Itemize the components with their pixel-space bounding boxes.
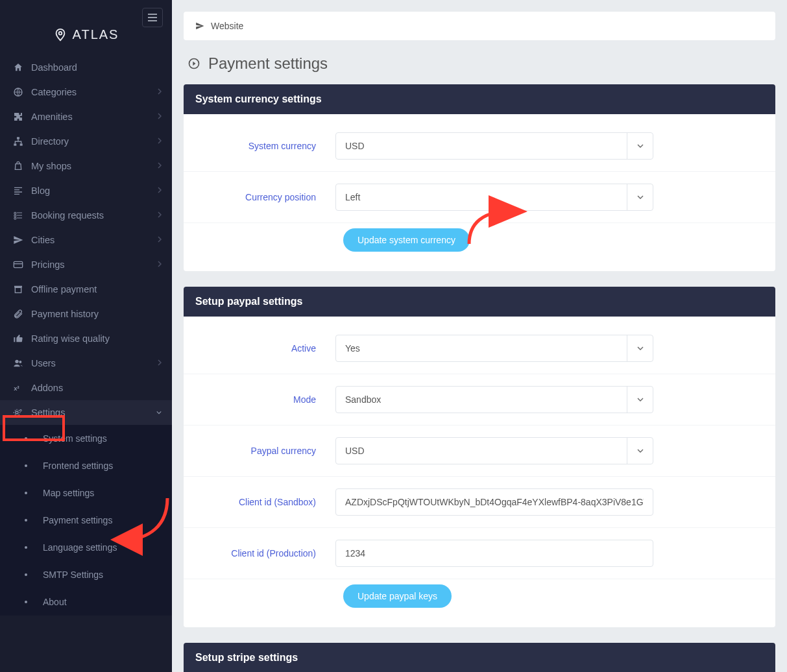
bullet-icon [25, 437, 27, 440]
bullet-icon [25, 492, 27, 494]
sidebar-item-my-shops[interactable]: My shops [0, 154, 172, 178]
hamburger-menu-button[interactable] [142, 8, 163, 27]
users-icon [9, 358, 27, 368]
label-system-currency: System currency [195, 141, 335, 151]
sub-item-smtp-settings[interactable]: SMTP Settings [0, 561, 172, 588]
sidebar-item-amenities[interactable]: Amenities [0, 104, 172, 129]
svg-point-8 [15, 360, 18, 363]
panel-header: System currency settings [184, 84, 775, 114]
panel-stripe: Setup stripe settings Active Yes Test mo… [184, 643, 775, 672]
select-paypal-active[interactable]: Yes [335, 335, 653, 362]
main-content: Website Payment settings System currency… [172, 0, 787, 672]
bag-icon [9, 161, 27, 171]
svg-text:x²: x² [14, 385, 19, 392]
button-row-currency: Update system currency [184, 223, 775, 265]
home-icon [9, 62, 27, 73]
sub-item-label: About [43, 597, 67, 607]
select-currency-position[interactable]: Left [335, 184, 653, 211]
sub-item-label: Map settings [43, 488, 94, 498]
sidebar-item-payment-history[interactable]: Payment history [0, 302, 172, 326]
input-client-production[interactable] [335, 540, 653, 567]
sub-item-label: SMTP Settings [43, 570, 103, 580]
breadcrumb-label[interactable]: Website [211, 21, 243, 31]
select-paypal-currency[interactable]: USD [335, 437, 653, 464]
breadcrumb: Website [184, 12, 775, 40]
sidebar-item-blog[interactable]: Blog [0, 178, 172, 203]
svg-rect-3 [14, 143, 16, 145]
chevron-right-icon [158, 137, 162, 146]
sidebar-item-label: Categories [31, 87, 77, 97]
label-paypal-active: Active [195, 343, 335, 354]
bullet-icon [25, 464, 27, 467]
sidebar-item-users[interactable]: Users [0, 351, 172, 376]
sidebar-item-label: Users [31, 358, 56, 368]
form-row-currency-position: Currency position Left [184, 172, 775, 223]
sidebar-item-dashboard[interactable]: Dashboard [0, 55, 172, 80]
input-client-sandbox[interactable] [335, 488, 653, 516]
sub-item-payment-settings[interactable]: Payment settings [0, 507, 172, 534]
label-currency-position: Currency position [195, 192, 335, 202]
sidebar-nav: DashboardCategoriesAmenitiesDirectoryMy … [0, 55, 172, 616]
panel-body: System currency USD Currency position Le… [184, 114, 775, 271]
sub-item-system-settings[interactable]: System settings [0, 425, 172, 452]
panel-body: Active Yes Mode Sandbox Pa [184, 317, 775, 627]
sidebar-item-label: Payment history [31, 309, 99, 319]
sidebar-item-label: Blog [31, 186, 50, 196]
label-paypal-currency: Paypal currency [195, 446, 335, 456]
button-row-paypal: Update paypal keys [184, 579, 775, 621]
sub-item-label: Payment settings [43, 515, 112, 525]
sub-item-label: Frontend settings [43, 461, 113, 471]
svg-rect-7 [15, 287, 21, 293]
sub-item-language-settings[interactable]: Language settings [0, 534, 172, 561]
sub-item-label: System settings [43, 433, 107, 444]
align-left-icon [9, 186, 27, 196]
sidebar-item-label: Amenities [31, 112, 73, 122]
form-row-paypal-currency: Paypal currency USD [184, 426, 775, 477]
list-icon [9, 210, 27, 221]
send-icon [195, 21, 204, 30]
chevron-down-icon [627, 387, 653, 413]
sidebar-item-label: Rating wise quality [31, 333, 110, 344]
label-client-sandbox: Client id (Sandbox) [195, 497, 335, 507]
sidebar-item-label: Booking requests [31, 210, 104, 221]
panel-paypal: Setup paypal settings Active Yes Mode Sa… [184, 287, 775, 627]
sidebar-item-directory[interactable]: Directory [0, 129, 172, 154]
sub-item-map-settings[interactable]: Map settings [0, 479, 172, 507]
select-system-currency[interactable]: USD [335, 132, 653, 160]
chevron-right-icon [158, 162, 162, 171]
chevron-down-icon [627, 335, 653, 361]
sidebar-item-booking-requests[interactable]: Booking requests [0, 203, 172, 228]
chevron-right-icon [158, 186, 162, 195]
sidebar-item-cities[interactable]: Cities [0, 228, 172, 252]
sidebar-item-label: Directory [31, 136, 69, 147]
super-icon: x² [9, 383, 27, 393]
sidebar-item-rating-wise-quality[interactable]: Rating wise quality [0, 326, 172, 351]
sidebar-item-label: Offline payment [31, 284, 97, 294]
sidebar-item-settings[interactable]: Settings [0, 400, 172, 425]
sub-item-about[interactable]: About [0, 588, 172, 616]
sidebar-item-addons[interactable]: x²Addons [0, 376, 172, 400]
panel-system-currency: System currency settings System currency… [184, 84, 775, 271]
chevron-right-icon [156, 408, 162, 417]
pin-icon [53, 28, 67, 42]
settings-submenu: System settingsFrontend settingsMap sett… [0, 425, 172, 616]
sidebar-item-offline-payment[interactable]: Offline payment [0, 277, 172, 302]
gears-icon [9, 407, 27, 418]
svg-point-12 [20, 409, 22, 411]
menu-icon [148, 14, 157, 21]
puzzle-icon [9, 112, 27, 122]
chevron-down-icon [627, 133, 653, 159]
sidebar-item-pricings[interactable]: Pricings [0, 252, 172, 277]
label-paypal-mode: Mode [195, 394, 335, 405]
globe-icon [9, 87, 27, 97]
select-paypal-mode[interactable]: Sandbox [335, 386, 653, 413]
chevron-right-icon [158, 260, 162, 269]
update-system-currency-button[interactable]: Update system currency [343, 228, 470, 252]
panel-header: Setup paypal settings [184, 287, 775, 317]
bullet-icon [25, 546, 27, 549]
sidebar-item-label: Cities [31, 235, 54, 245]
sidebar-item-categories[interactable]: Categories [0, 80, 172, 104]
sub-item-frontend-settings[interactable]: Frontend settings [0, 452, 172, 479]
update-paypal-keys-button[interactable]: Update paypal keys [343, 584, 452, 608]
form-row-client-production: Client id (Production) [184, 528, 775, 579]
